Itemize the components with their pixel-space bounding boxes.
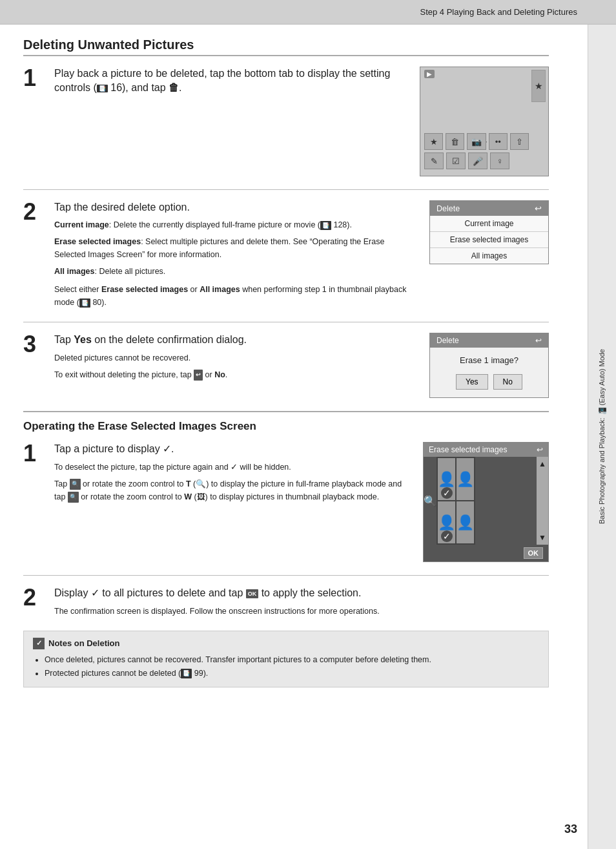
step1-content: Play back a picture to be deleted, tap t… [54, 67, 407, 100]
esi-header-title: Erase selected images [429, 445, 507, 454]
trash-icon-label: 🗑 [169, 82, 179, 93]
control-row-2: ✎ ☑ 🎤 ♀ [424, 152, 529, 169]
camera-ui-mockup-1: ▶ ★ ▼ ★ 🗑 📷 •• ⇧ ✎ ☑ 🎤 ♀ [420, 67, 549, 176]
menu-item-current[interactable]: Current image [430, 216, 548, 232]
scroll-down-icon: ▼ [539, 533, 546, 542]
esi-header: Erase selected images ↩ [424, 443, 548, 457]
step2-image: Delete ↩ Current image Erase selected im… [429, 200, 549, 264]
playback-indicator: ▶ [424, 70, 435, 78]
confirm-body: Erase 1 image? Yes No [430, 348, 548, 397]
t-bold: T [186, 479, 191, 488]
confirm-back-icon: ↩ [535, 336, 542, 345]
confirm-title: Delete [436, 336, 459, 345]
confirm-buttons: Yes No [438, 374, 540, 390]
op-step2-content: Display ✓ to all pictures to delete and … [54, 586, 549, 617]
scroll-up-icon: ▲ [539, 459, 546, 468]
delete-menu-back-icon: ↩ [535, 204, 542, 213]
back-btn-icon: ↩ [194, 370, 203, 380]
esi-thumb-img-2: 👤 [457, 458, 474, 500]
step2-content: Tap the desired delete option. Current i… [54, 200, 416, 309]
zoom-note: Tap 🔍 or rotate the zoom control to T (🔍… [54, 477, 410, 503]
no-button[interactable]: No [493, 374, 522, 390]
op-step2-subtext: The confirmation screen is displayed. Fo… [54, 605, 549, 618]
confirm-question: Erase 1 image? [438, 355, 540, 365]
erase-selected-label: Erase selected images [54, 237, 141, 246]
note-item-1: Once deleted, pictures cannot be recover… [45, 653, 539, 667]
ctrl-upload: ⇧ [510, 133, 529, 150]
all-images-bold: All images [200, 285, 240, 294]
ctrl-mic: 🎤 [468, 152, 488, 169]
step3-row: 3 Tap Yes on the delete confirmation dia… [23, 333, 549, 398]
deleted-note: Deleted pictures cannot be recovered. [54, 351, 416, 364]
ok-icon: OK [246, 589, 259, 599]
main-content: Deleting Unwanted Pictures 1 Play back a… [0, 25, 588, 700]
no-bold: No [214, 370, 225, 379]
ok-button-mockup[interactable]: OK [524, 547, 544, 559]
book-icon-3: 📑 [79, 299, 90, 308]
menu-item-erase-selected[interactable]: Erase selected images [430, 232, 548, 248]
operating-section: Operating the Erase Selected Images Scre… [23, 411, 549, 687]
step3-content: Tap Yes on the delete confirmation dialo… [54, 333, 416, 381]
notes-box: ✓ Notes on Deletion Once deleted, pictur… [23, 631, 549, 688]
esi-grid: 👤 👤 👤 👤 [436, 457, 475, 545]
step1-number: 1 [23, 67, 46, 90]
op-step1-image: Erase selected images ↩ 🔍 👤 👤 [423, 442, 549, 562]
step1-heading: Play back a picture to be deleted, tap t… [54, 67, 407, 96]
page-number: 33 [564, 823, 577, 836]
esi-footer: OK [424, 545, 548, 561]
deselect-note: To deselect the picture, tap the picture… [54, 461, 410, 474]
ctrl-copy: 📷 [467, 133, 486, 150]
step3-heading: Tap Yes on the delete confirmation dialo… [54, 333, 416, 347]
top-bar: Step 4 Playing Back and Deleting Picture… [0, 0, 616, 25]
delete-menu-header: Delete ↩ [430, 201, 548, 216]
operating-title: Operating the Erase Selected Images Scre… [23, 420, 549, 433]
divider-1 [23, 189, 549, 190]
ctrl-pencil: ✎ [424, 152, 444, 169]
notes-title: Notes on Deletion [48, 638, 120, 648]
section1-title: Deleting Unwanted Pictures [23, 37, 549, 56]
op-step1-row: 1 Tap a picture to display ✓. To deselec… [23, 442, 549, 562]
current-image-label: Current image [54, 220, 109, 229]
esi-thumb-1[interactable]: 👤 [438, 458, 455, 500]
op-step2-row: 2 Display ✓ to all pictures to delete an… [23, 586, 549, 617]
ctrl-on: •• [489, 133, 508, 150]
step2-heading: Tap the desired delete option. [54, 200, 416, 215]
step2-row: 2 Tap the desired delete option. Current… [23, 200, 549, 309]
step2-bottom-note: Select either Erase selected images or A… [54, 283, 416, 309]
confirm-header: Delete ↩ [430, 333, 548, 348]
confirmation-note: The confirmation screen is displayed. Fo… [54, 605, 549, 618]
ctrl-check: ☑ [446, 152, 466, 169]
all-images-label: All images [54, 267, 95, 276]
step2-number: 2 [23, 200, 46, 224]
delete-menu-mockup: Delete ↩ Current image Erase selected im… [429, 200, 549, 264]
esi-thumb-img-4: 👤 [457, 501, 474, 543]
erase-selected-bold: Erase selected images [101, 285, 188, 294]
ctrl-trash: 🗑 [446, 133, 464, 150]
op-step2-number: 2 [23, 586, 46, 609]
esi-thumb-img-1: 👤 [438, 458, 455, 500]
menu-item-all-images[interactable]: All images [430, 248, 548, 264]
divider-2 [23, 322, 549, 322]
control-row-1: ★ 🗑 📷 •• ⇧ [424, 133, 529, 150]
zoom-in-icon: 🔍 [70, 479, 81, 489]
delete-confirm-mockup: Delete ↩ Erase 1 image? Yes No [429, 333, 549, 398]
step1-row: 1 Play back a picture to be deleted, tap… [23, 67, 549, 176]
book-icon-2: 📑 [320, 221, 331, 230]
yes-bold: Yes [74, 334, 92, 345]
esi-thumb-4[interactable]: 👤 [457, 501, 474, 543]
esi-thumb-2[interactable]: 👤 [457, 458, 474, 500]
divider-3 [23, 575, 549, 576]
note-item-2: Protected pictures cannot be deleted (📑 … [45, 667, 539, 680]
esi-back-icon: ↩ [537, 445, 543, 454]
op-step1-heading: Tap a picture to display ✓. [54, 442, 410, 456]
op-step1-subtext: To deselect the picture, tap the picture… [54, 461, 410, 503]
step3-number: 3 [23, 333, 46, 356]
esi-thumb-3[interactable]: 👤 [438, 501, 455, 543]
top-bar-title: Step 4 Playing Back and Deleting Picture… [420, 7, 577, 17]
step1-image: ▶ ★ ▼ ★ 🗑 📷 •• ⇧ ✎ ☑ 🎤 ♀ [420, 67, 549, 176]
book-icon-4: 📑 [181, 669, 192, 678]
yes-button[interactable]: Yes [456, 374, 488, 390]
zoom-out-icon: 🔍 [68, 492, 79, 502]
notes-list: Once deleted, pictures cannot be recover… [33, 653, 539, 681]
ctrl-person: ♀ [490, 152, 509, 169]
